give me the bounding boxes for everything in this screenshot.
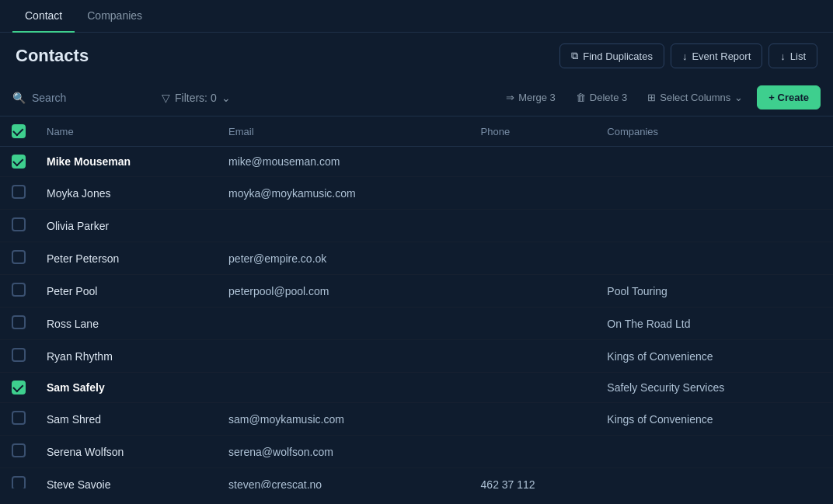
row-email: serena@wolfson.com [219,436,472,468]
row-name: Olivia Parker [37,210,219,242]
chevron-down-icon: ⌄ [734,92,743,103]
select-all-header[interactable] [0,116,37,147]
row-phone [472,436,598,468]
row-email [219,373,472,403]
find-duplicates-label: Find Duplicates [583,50,653,62]
row-phone [472,403,598,436]
row-checkbox[interactable] [12,185,26,199]
table-row: Moyka Jonesmoyka@moykamusic.com [0,177,833,210]
filters-label: Filters: 0 [175,92,217,104]
row-companies [598,210,833,242]
row-email: sam@moykamusic.com [219,403,472,436]
row-email: steven@crescat.no [219,468,472,489]
list-icon: ↓ [780,50,786,62]
row-checkbox-cell[interactable] [0,373,37,403]
find-duplicates-button[interactable]: ⧉ Find Duplicates [559,43,664,68]
trash-icon: 🗑 [576,92,586,103]
row-checkbox-cell[interactable] [0,468,37,489]
tab-companies[interactable]: Companies [75,0,155,33]
row-checkbox[interactable] [12,348,26,362]
table-row: Steve Savoiesteven@crescat.no462 37 112 [0,468,833,489]
select-columns-button[interactable]: ⊞ Select Columns ⌄ [641,89,749,106]
contacts-table: Name Email Phone Companies Mike Mouseman… [0,116,833,488]
row-companies [598,147,833,177]
row-checkbox-cell[interactable] [0,177,37,210]
duplicate-icon: ⧉ [571,50,578,62]
row-checkbox-cell[interactable] [0,340,37,373]
delete-label: Delete 3 [590,92,627,103]
report-icon: ↓ [682,50,688,62]
delete-button[interactable]: 🗑 Delete 3 [570,89,633,106]
row-email [219,308,472,340]
toolbar-right: ⇒ Merge 3 🗑 Delete 3 ⊞ Select Columns ⌄ … [500,85,821,109]
row-companies: Kings of Convenience [598,403,833,436]
row-companies [598,242,833,275]
row-checkbox[interactable] [12,411,26,425]
search-icon: 🔍 [12,92,26,104]
chevron-down-icon: ⌄ [221,92,231,104]
row-phone: 462 37 112 [472,468,598,489]
row-companies: Kings of Convenience [598,340,833,373]
row-companies: On The Road Ltd [598,308,833,340]
filters-button[interactable]: ▽ Filters: 0 ⌄ [162,92,231,104]
row-email [219,340,472,373]
row-phone [472,275,598,308]
list-button[interactable]: ↓ List [769,43,817,68]
select-all-checkbox[interactable] [12,124,26,138]
row-email: moyka@moykamusic.com [219,177,472,210]
row-companies [598,436,833,468]
event-report-button[interactable]: ↓ Event Report [671,43,762,68]
columns-icon: ⊞ [647,92,656,103]
merge-button[interactable]: ⇒ Merge 3 [500,89,562,106]
table-row: Ryan RhythmKings of Convenience [0,340,833,373]
row-name: Ryan Rhythm [37,340,219,373]
table-row: Ross LaneOn The Road Ltd [0,308,833,340]
filter-icon: ▽ [162,92,170,104]
table-row: Mike Mousemanmike@mouseman.com [0,147,833,177]
tab-bar: Contact Companies [0,0,833,33]
search-input[interactable] [32,92,141,104]
row-name: Sam Safely [37,373,219,403]
name-column-header: Name [37,116,219,147]
event-report-label: Event Report [692,50,751,62]
row-phone [472,308,598,340]
row-email: peter@empire.co.ok [219,242,472,275]
companies-column-header: Companies [598,116,833,147]
row-name: Ross Lane [37,308,219,340]
row-checkbox[interactable] [12,155,26,169]
row-phone [472,177,598,210]
row-phone [472,373,598,403]
row-checkbox-cell[interactable] [0,275,37,308]
row-checkbox-cell[interactable] [0,210,37,242]
row-checkbox-cell[interactable] [0,308,37,340]
row-checkbox-cell[interactable] [0,242,37,275]
row-checkbox[interactable] [12,283,26,297]
search-box[interactable]: 🔍 [12,92,152,104]
toolbar: 🔍 ▽ Filters: 0 ⌄ ⇒ Merge 3 🗑 Delete 3 ⊞ … [0,79,833,116]
row-name: Steve Savoie [37,468,219,489]
row-name: Sam Shred [37,403,219,436]
select-columns-label: Select Columns [660,92,730,103]
row-email: mike@mouseman.com [219,147,472,177]
row-checkbox-cell[interactable] [0,436,37,468]
table-row: Sam Shredsam@moykamusic.comKings of Conv… [0,403,833,436]
row-checkbox[interactable] [12,315,26,329]
row-checkbox[interactable] [12,443,26,457]
row-checkbox[interactable] [12,476,26,488]
row-name: Mike Mouseman [37,147,219,177]
row-checkbox[interactable] [12,381,26,395]
tab-contact[interactable]: Contact [12,0,75,33]
row-phone [472,242,598,275]
row-companies [598,177,833,210]
row-checkbox-cell[interactable] [0,147,37,177]
row-checkbox[interactable] [12,250,26,264]
row-email: peterpool@pool.com [219,275,472,308]
phone-column-header: Phone [472,116,598,147]
create-button[interactable]: + Create [757,85,821,109]
list-label: List [790,50,806,62]
row-checkbox[interactable] [12,217,26,231]
row-checkbox-cell[interactable] [0,403,37,436]
table-row: Sam SafelySafely Security Services [0,373,833,403]
table-header-row: Name Email Phone Companies [0,116,833,147]
table-row: Peter Petersonpeter@empire.co.ok [0,242,833,275]
